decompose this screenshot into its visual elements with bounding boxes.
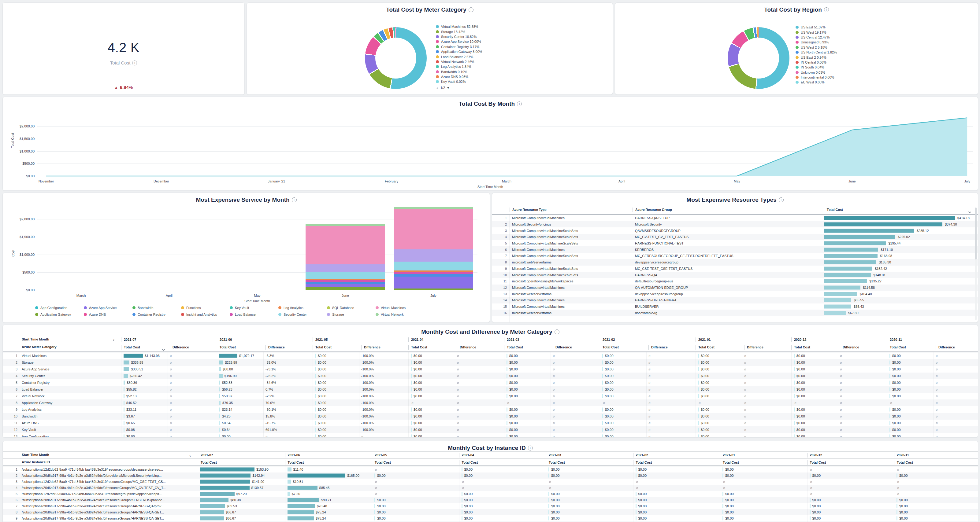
legend-item-virtual-machines[interactable]: Virtual Machines [375,305,424,310]
bar-segment-application-gateway[interactable] [305,287,385,290]
table-row[interactable]: 5Microsoft.Compute/virtualMachineScaleSe… [492,240,978,247]
sort-total-cost-2021-05[interactable]: Total Cost [313,345,332,350]
legend-item-virtual-network[interactable]: Virtual Network 2.46% [436,59,482,64]
table-row[interactable]: 12Key Vault$0.08ø$0.64691.0%$0.00-100.0%… [3,426,978,433]
collapse-column-icon[interactable]: ‹ [189,453,191,457]
column-header-difference-2021-07[interactable]: Difference [170,345,189,350]
info-icon[interactable]: i [469,7,474,12]
legend-item-load-balancer[interactable]: Load Balancer [230,312,278,317]
sort-total-cost-2020-11[interactable]: Total Cost [894,460,913,465]
bar-segment-virtual-machines[interactable] [394,209,473,250]
column-header-2021-02[interactable]: 2021-02 [633,453,648,457]
bar-segment-security-center[interactable] [394,262,473,271]
table-row[interactable]: 5/subscriptions/12d2db62-5aa9-471d-84bb-… [3,491,978,497]
scrollbar[interactable] [975,208,977,320]
table-row[interactable]: 7Virtual Network$52.13ø$50.97-2.2%$0.00-… [3,393,978,400]
column-header-difference-2020-11[interactable]: Difference [935,345,955,350]
legend-item-intercontinental[interactable]: Intercontinental 0.00% [795,75,837,80]
table-row[interactable]: 10Microsoft.Compute/virtualMachineScaleS… [492,272,978,278]
column-header-2020-12[interactable]: 2020-12 [807,453,822,457]
sort-total-cost-2021-03[interactable]: Total Cost [546,460,565,465]
sort-total-cost-2021-01[interactable]: Total Cost [720,460,739,465]
column-header-2021-02[interactable]: 2021-02 [600,337,615,342]
legend-item-application-gateway[interactable]: Application Gateway [35,312,84,317]
legend-item-container-registry[interactable]: Container Registry [132,312,181,317]
sort-total-cost-2021-03[interactable]: Total Cost [504,345,523,350]
column-header-2021-01[interactable]: 2021-01 [695,337,711,342]
legend-page-up-icon[interactable]: ▲ [436,86,439,90]
table-row[interactable]: 4/subscriptions/20d6a917-99fa-4b1b-9b2e-… [3,485,978,491]
column-header-2021-06[interactable]: 2021-06 [217,337,232,342]
column-header-resource-group[interactable]: Azure Resource Group [633,208,672,212]
column-header-2021-04[interactable]: 2021-04 [459,453,474,457]
column-header-2021-05[interactable]: 2021-05 [313,337,328,342]
table-row[interactable]: 2Storage$336.85ø$225.59-33.0%$0.00-100.0… [3,359,978,366]
table-row[interactable]: 11Azure DNS$0.65ø$0.54-15.7%$0.00-100.0%… [3,420,978,426]
sort-total-cost-2021-04[interactable]: Total Cost [408,345,427,350]
table-row[interactable]: 11microsoft.operationalinsights/workspac… [492,278,978,284]
legend-item-us-east-2[interactable]: US East 2 0.94% [795,55,837,60]
bar-segment-container-registry[interactable] [394,274,473,276]
column-header-2021-04[interactable]: 2021-04 [408,337,423,342]
legend-page-down-icon[interactable]: ▼ [447,86,450,90]
legend-item-container-registry[interactable]: Container Registry 3.17% [436,44,482,49]
legend-item-virtual-network[interactable]: Virtual Network [375,312,424,317]
column-header-difference-2021-01[interactable]: Difference [744,345,764,350]
column-header-2021-07[interactable]: 2021-07 [198,453,213,457]
info-icon[interactable]: i [132,60,137,65]
table-row[interactable]: 9/subscriptions/20d6a917-99fa-4b1b-9b2e-… [3,515,978,521]
info-icon[interactable]: i [528,446,533,451]
table-row[interactable]: 4Microsoft.Compute/virtualMachineScaleSe… [492,234,978,240]
table-row[interactable]: 2/subscriptions/20d6a917-99fa-4b1b-9b2e-… [3,473,978,479]
sort-total-cost-2020-11[interactable]: Total Cost [887,345,906,350]
column-header-2021-01[interactable]: 2021-01 [720,453,735,457]
legend-item-us-east[interactable]: US East 51.37% [795,25,837,30]
table-row[interactable]: 3Azure App Service$330.51ø$88.80-73.1%$0… [3,366,978,373]
legend-item-log-analytics[interactable]: Log Analytics [278,305,327,310]
column-header-difference-2021-04[interactable]: Difference [457,345,476,350]
table-row[interactable]: 2Microsoft.Security/pricingsMicrosoft.Se… [492,221,978,228]
column-header-difference-2021-03[interactable]: Difference [553,345,572,350]
table-row[interactable]: 1Microsoft.Compute/virtualMachinesHARNES… [492,215,978,221]
column-header-resource-type[interactable]: Azure Resource Type [509,208,547,212]
table-row[interactable]: 7/subscriptions/20d6a917-99fa-4b1b-9b2e-… [3,503,978,509]
info-icon[interactable]: i [779,197,784,202]
table-row[interactable]: 5Container Registry$80.36ø$52.53-34.6%$0… [3,379,978,386]
table-row[interactable]: 8Application Gateway$46.52ø$79.3570.6%$0… [3,400,978,406]
legend-item-log-analytics[interactable]: Log Analytics 1.34% [436,64,482,69]
column-header-total-cost[interactable]: Total Cost [824,208,843,212]
legend-item-insight-and-analytics[interactable]: Insight and Analytics [181,312,230,317]
legend-item-unknown[interactable]: Unknown 0.03% [795,70,837,75]
sort-total-cost-2020-12[interactable]: Total Cost [807,460,826,465]
bar-segment-azure-app-service[interactable] [305,284,385,287]
column-header-2021-05[interactable]: 2021-05 [372,453,387,457]
sort-total-cost-2021-04[interactable]: Total Cost [459,460,478,465]
table-row[interactable]: 9Log Analytics$33.11ø$23.14-30.1%$0.00-1… [3,406,978,413]
bar-segment-azure-app-service[interactable] [394,276,473,288]
legend-item-in-central[interactable]: IN Central 0.06% [795,60,837,65]
column-header-2021-03[interactable]: 2021-03 [546,453,561,457]
legend-item-us-west-2[interactable]: US West 2 5.18% [795,45,837,50]
legend-item-virtual-machines[interactable]: Virtual Machines 52.88% [436,24,482,29]
table-row[interactable]: 8/subscriptions/20d6a917-99fa-4b1b-9b2e-… [3,509,978,515]
legend-item-us-north-central[interactable]: US North Central 1.82% [795,50,837,55]
legend-item-security-center[interactable]: Security Center [278,312,327,317]
sort-total-cost-2021-06[interactable]: Total Cost [285,460,304,465]
legend-item-sql-database[interactable]: SQL Database [327,305,375,310]
bar-segment-storage[interactable] [305,264,385,272]
total-cost-area-series[interactable] [37,114,973,177]
scrollbar-thumb[interactable] [975,208,977,259]
legend-item-load-balancer[interactable]: Load Balancer 2.67% [436,54,482,59]
sort-total-cost-2021-06[interactable]: Total Cost [217,345,236,350]
info-icon[interactable]: i [517,102,522,106]
sort-total-cost-2021-02[interactable]: Total Cost [633,460,652,465]
sort-total-cost-2021-02[interactable]: Total Cost [600,345,619,350]
legend-item-key-vault[interactable]: Key Vault [230,305,278,310]
bar-segment-storage[interactable] [394,249,473,261]
column-header-2020-12[interactable]: 2020-12 [791,337,806,342]
sort-total-cost-2020-12[interactable]: Total Cost [791,345,810,350]
table-row[interactable]: 3/subscriptions/12d2db62-5aa9-471d-84bb-… [3,479,978,485]
table-row[interactable]: 15Microsoft.Compute/virtualMachinesBUILD… [492,303,978,310]
table-row[interactable]: 16microsoft.web/serverfarmsdocexample-rg… [492,309,978,316]
legend-item-security-center[interactable]: Security Center 10.82% [436,34,482,39]
